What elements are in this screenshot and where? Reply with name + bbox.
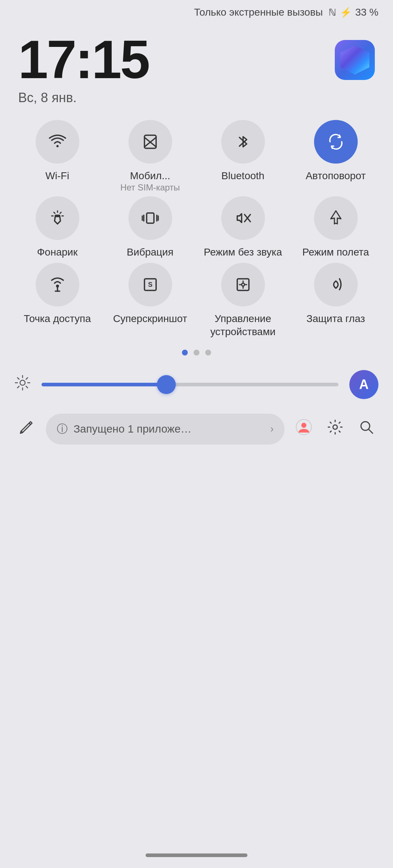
qs-vibration[interactable]: Вибрация (110, 196, 190, 259)
svg-point-19 (20, 380, 25, 385)
airplane-icon (326, 209, 345, 228)
dot-1[interactable] (182, 350, 188, 355)
bluetooth-icon (234, 132, 253, 151)
qs-sim-sublabel: Нет SIM-карты (120, 182, 180, 193)
qs-silent-label: Режим без звука (204, 246, 282, 259)
qs-airplane[interactable]: Режим полета (296, 196, 376, 259)
wifi-icon (48, 132, 67, 151)
qs-screenshot[interactable]: S Суперскриншот (110, 263, 190, 339)
qs-sim[interactable]: Мобил... Нет SIM-карты (110, 120, 190, 193)
svg-line-26 (26, 378, 28, 379)
qs-hotspot-button[interactable] (36, 263, 79, 306)
qs-eyeprotect-label: Защита глаз (306, 312, 365, 325)
eyeprotect-icon (326, 275, 345, 294)
qs-silent-button[interactable] (221, 196, 265, 240)
settings-icon[interactable] (327, 419, 344, 439)
qs-eyeprotect[interactable]: Защита глаз (296, 263, 376, 339)
bottom-toolbar: ⓘ Запущено 1 приложе… › (0, 406, 393, 452)
info-icon: ⓘ (57, 422, 68, 437)
dot-3[interactable] (205, 350, 211, 355)
qs-sim-button[interactable] (128, 120, 172, 164)
user-profile-icon[interactable] (295, 419, 312, 439)
user-avatar[interactable]: A (349, 370, 378, 399)
slider-thumb[interactable] (157, 375, 176, 394)
qs-devicecontrol-label: Управление устройствами (203, 312, 283, 339)
hotspot-icon (48, 275, 67, 294)
svg-point-29 (301, 423, 306, 428)
svg-text:S: S (148, 281, 152, 288)
svg-line-24 (17, 378, 19, 379)
qs-row-1: Wi-Fi Мобил... Нет SIM-карты Bluetooth (11, 120, 382, 193)
qs-flashlight-button[interactable] (36, 196, 79, 240)
battery-charging-icon: ⚡ (340, 7, 352, 18)
toolbar-icons-right (295, 419, 375, 439)
svg-point-30 (333, 425, 337, 429)
qs-row-2: Фонарик Вибрация (11, 196, 382, 259)
clock-time: 17:15 (18, 33, 149, 87)
dot-2[interactable] (194, 350, 199, 355)
pill-text: Запущено 1 приложе… (74, 423, 265, 435)
person-icon (295, 419, 312, 435)
qs-bluetooth[interactable]: Bluetooth (203, 120, 283, 193)
clock-area: 17:15 (0, 22, 393, 90)
pencil-icon (18, 419, 35, 435)
qs-autorotate-button[interactable] (314, 120, 358, 164)
running-apps-pill[interactable]: ⓘ Запущено 1 приложе… › (46, 414, 285, 445)
battery-percent: 33 % (355, 7, 378, 18)
qs-hotspot-label: Точка доступа (24, 312, 91, 325)
pagination-dots (0, 350, 393, 355)
qs-devicecontrol-button[interactable] (221, 263, 265, 306)
svg-line-27 (17, 386, 19, 388)
screenshot-icon: S (141, 275, 160, 294)
qs-devicecontrol[interactable]: Управление устройствами (203, 263, 283, 339)
sun-icon (15, 375, 31, 391)
search-icon[interactable] (358, 419, 375, 439)
home-bar[interactable] (146, 853, 247, 857)
qs-vibration-label: Вибрация (127, 246, 173, 259)
app-icon-shape (340, 45, 369, 75)
date-text: Вс, 8 янв. (0, 90, 393, 105)
qs-bluetooth-label: Bluetooth (221, 169, 264, 182)
svg-line-25 (26, 386, 28, 388)
brightness-row: A (0, 363, 393, 406)
qs-bluetooth-button[interactable] (221, 120, 265, 164)
silent-icon (234, 209, 253, 228)
qs-airplane-label: Режим полета (302, 246, 369, 259)
qs-screenshot-label: Суперскриншот (113, 312, 187, 325)
brightness-slider[interactable] (41, 383, 338, 386)
qs-row-3: Точка доступа S Суперскриншот (11, 263, 382, 339)
qs-flashlight-label: Фонарик (37, 246, 78, 259)
qs-screenshot-button[interactable]: S (128, 263, 172, 306)
slider-track (41, 383, 338, 386)
quick-settings: Wi-Fi Мобил... Нет SIM-карты Bluetooth (0, 120, 393, 339)
qs-wifi-button[interactable] (36, 120, 79, 164)
svg-point-0 (56, 145, 59, 147)
status-bar: Только экстренные вызовы ℕ ⚡ 33 % (0, 0, 393, 22)
status-text: Только экстренные вызовы (194, 7, 323, 18)
qs-eyeprotect-button[interactable] (314, 263, 358, 306)
vibration-icon (141, 209, 160, 228)
sim-icon (141, 132, 160, 151)
svg-point-18 (242, 283, 245, 286)
app-icon[interactable] (335, 40, 375, 80)
pill-arrow-icon: › (270, 423, 274, 435)
status-icons: ℕ ⚡ 33 % (329, 7, 378, 18)
magnifier-icon (358, 419, 375, 435)
nfc-icon: ℕ (329, 7, 336, 18)
flashlight-icon (48, 209, 67, 228)
svg-line-32 (369, 429, 373, 433)
qs-flashlight[interactable]: Фонарик (17, 196, 98, 259)
svg-rect-5 (147, 213, 154, 223)
qs-wifi-label: Wi-Fi (45, 169, 69, 182)
qs-vibration-button[interactable] (128, 196, 172, 240)
qs-wifi[interactable]: Wi-Fi (17, 120, 98, 193)
qs-sim-label: Мобил... (130, 169, 170, 182)
qs-autorotate[interactable]: Автоповорот (296, 120, 376, 193)
autorotate-icon (326, 132, 345, 151)
edit-icon[interactable] (18, 419, 35, 439)
qs-airplane-button[interactable] (314, 196, 358, 240)
qs-silent[interactable]: Режим без звука (203, 196, 283, 259)
qs-hotspot[interactable]: Точка доступа (17, 263, 98, 339)
gear-icon (327, 419, 344, 435)
qs-autorotate-label: Автоповорот (306, 169, 366, 182)
